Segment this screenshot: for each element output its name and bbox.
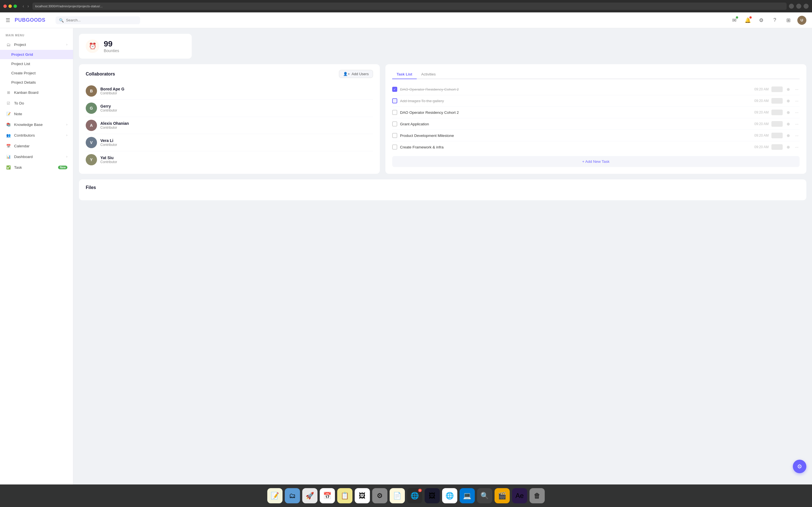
settings-fab[interactable]: ⚙ [793, 460, 806, 473]
help-button[interactable]: ? [770, 16, 779, 25]
task-time-4: 09:20 AM [755, 122, 769, 126]
hamburger-icon[interactable]: ☰ [6, 17, 10, 23]
browser-right-icons [789, 4, 809, 9]
sidebar-item-calendar[interactable]: 📅 Calendar [0, 140, 73, 151]
collaborators-header: Collaborators 👤+ Add Users [86, 70, 373, 78]
extension-icon-1[interactable] [789, 4, 794, 9]
task-more-btn-1[interactable]: ··· [794, 87, 800, 92]
task-checkbox-3[interactable] [392, 110, 397, 115]
settings-button[interactable]: ⚙ [757, 16, 766, 25]
dock-launchpad[interactable]: 🚀 [302, 488, 317, 503]
search-input[interactable] [66, 18, 137, 22]
collab-role-yat: Contributor [100, 160, 117, 164]
task-more-btn-2[interactable]: ··· [794, 98, 800, 104]
bounties-card: ⏰ 99 Bounties [79, 34, 192, 59]
collab-name-alexis: Alexis Ohanian [100, 121, 129, 126]
sidebar-item-label-project-details: Project Details [11, 80, 67, 84]
sidebar-item-create-project[interactable]: Create Project [0, 68, 73, 78]
task-plus-btn-4[interactable]: ⊕ [785, 121, 791, 127]
sidebar-item-contributors[interactable]: 👥 Contributors › [0, 130, 73, 140]
chevron-down-icon: › [66, 43, 67, 47]
forward-button[interactable]: › [26, 3, 30, 9]
task-plus-btn-6[interactable]: ⊕ [785, 144, 791, 150]
main-content: ⏰ 99 Bounties Collaborators 👤+ Add Users… [73, 28, 812, 485]
task-tag-6 [771, 144, 783, 150]
add-task-button[interactable]: + Add New Task [392, 156, 800, 167]
dock-system-prefs[interactable]: ⚙ [372, 488, 388, 503]
sidebar-item-knowledge-base[interactable]: 📚 Knowledge Base › [0, 119, 73, 130]
sidebar-item-kanban-board[interactable]: ⊞ Kanban Board [0, 87, 73, 98]
files-title: Files [86, 185, 96, 190]
tab-activities[interactable]: Activities [417, 70, 440, 79]
sidebar-item-note[interactable]: 📝 Note [0, 108, 73, 119]
notification-button[interactable]: 🔔 [743, 16, 752, 25]
task-time-6: 09:20 AM [755, 145, 769, 149]
task-checkbox-6[interactable] [392, 145, 397, 150]
sidebar-item-todo[interactable]: ☑ To Do [0, 98, 73, 108]
task-tag-2 [771, 98, 783, 104]
task-name-6: Create Framework & infra [400, 145, 752, 149]
sidebar-item-project[interactable]: 🗂 Project › [0, 39, 73, 50]
task-more-btn-5[interactable]: ··· [794, 133, 800, 138]
task-tabs: Task List Activities [392, 70, 800, 79]
task-checkbox-4[interactable] [392, 121, 397, 126]
tab-task-list[interactable]: Task List [392, 70, 417, 79]
extension-icon-3[interactable] [804, 4, 809, 9]
minimize-dot[interactable] [8, 4, 12, 8]
task-plus-btn-2[interactable]: ⊕ [785, 98, 791, 104]
back-button[interactable]: ‹ [21, 3, 25, 9]
collab-avatar-gerry: G [86, 103, 97, 114]
kanban-icon: ⊞ [6, 90, 11, 95]
search-bar[interactable]: 🔍 [56, 16, 140, 24]
collab-role-bored-ape-g: Contributor [100, 91, 124, 95]
add-users-button[interactable]: 👤+ Add Users [339, 70, 373, 78]
task-tag-4 [771, 121, 783, 127]
task-tag-1 [771, 87, 783, 92]
task-checkbox-2[interactable] [392, 98, 397, 103]
collaborator-bored-ape-g: B Bored Ape G Contributor [86, 82, 373, 100]
dock-vscode[interactable]: 💻 [460, 488, 475, 503]
task-checkbox-5[interactable] [392, 133, 397, 138]
dock-assistant[interactable]: 🌐 1 [407, 488, 422, 503]
sidebar-item-project-grid[interactable]: Project Grid [0, 50, 73, 59]
task-more-btn-6[interactable]: ··· [794, 144, 800, 150]
sidebar-item-label-note: Note [14, 112, 67, 116]
task-new-badge: New [58, 166, 67, 169]
dock-photos[interactable]: 🖼 [355, 488, 370, 503]
app-container: MAIN MENU 🗂 Project › Project Grid Proje… [0, 28, 812, 485]
task-plus-btn-5[interactable]: ⊕ [785, 133, 791, 138]
dock-image-viewer[interactable]: 🖼 [424, 488, 440, 503]
fab-settings-icon: ⚙ [797, 463, 802, 470]
todo-icon: ☑ [6, 100, 11, 106]
sidebar-item-project-list[interactable]: Project List [0, 59, 73, 68]
extension-icon-2[interactable] [796, 4, 801, 9]
avatar[interactable]: U [797, 16, 806, 25]
task-more-btn-4[interactable]: ··· [794, 121, 800, 127]
dock-trash[interactable]: 🗑 [529, 488, 545, 503]
url-bar[interactable]: localhost:3000/#!/admin/project/projects… [33, 3, 786, 10]
dock-media[interactable]: 🎬 [495, 488, 510, 503]
sidebar-item-dashboard[interactable]: 📊 Dashboard › [0, 151, 73, 162]
task-checkbox-1[interactable]: ✓ [392, 87, 397, 92]
task-plus-btn-1[interactable]: ⊕ [785, 87, 791, 92]
sidebar-item-task[interactable]: ✅ Task New [0, 162, 73, 173]
task-tag-3 [771, 110, 783, 115]
dock-search[interactable]: 🔍 [477, 488, 492, 503]
dock-chrome[interactable]: 🌐 [442, 488, 457, 503]
project-icon: 🗂 [6, 42, 11, 47]
dock-notes[interactable]: 📝 [267, 488, 283, 503]
task-plus-btn-3[interactable]: ⊕ [785, 110, 791, 115]
close-dot[interactable] [3, 4, 7, 8]
dock-ae[interactable]: Ae [512, 488, 527, 503]
grid-button[interactable]: ⊞ [784, 16, 793, 25]
mail-button[interactable]: ✉ [730, 16, 739, 25]
task-more-btn-3[interactable]: ··· [794, 110, 800, 115]
sidebar-item-project-details[interactable]: Project Details [0, 78, 73, 87]
dock-notes2[interactable]: 📄 [390, 488, 405, 503]
files-header: Files [86, 185, 800, 190]
maximize-dot[interactable] [13, 4, 17, 8]
dock-stickies[interactable]: 📋 [337, 488, 352, 503]
dock-calendar[interactable]: 📅 [320, 488, 335, 503]
dock-finder[interactable]: 🗂 [285, 488, 300, 503]
collab-role-gerry: Contributor [100, 108, 117, 112]
